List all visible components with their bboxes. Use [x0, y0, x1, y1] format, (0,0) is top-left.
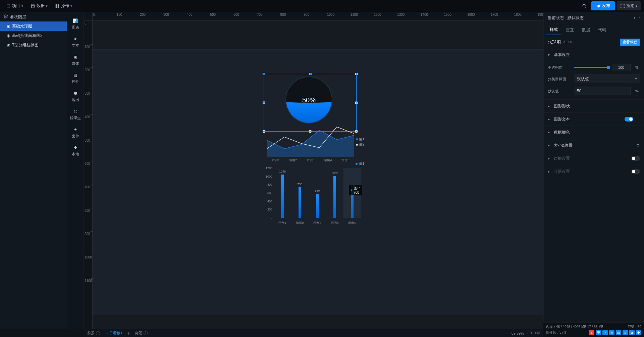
component-strip: 📊图表★文本▣媒体▤控件⬢地图⬡鲸孪生✦套件✚本地 [67, 12, 84, 329]
container-switch[interactable] [631, 169, 640, 174]
more-icon[interactable]: ⋮ [636, 117, 640, 122]
svg-point-0 [32, 4, 35, 5]
category-local[interactable]: ✚本地 [68, 142, 83, 160]
canvas-stage[interactable]: 50% 值1 值2 示例1示例2示例3示例4示例5 值1 02004006008… [93, 21, 543, 329]
artboard[interactable]: 50% 值1 值2 示例1示例2示例3示例4示例5 值1 02004006008… [93, 50, 543, 315]
category-media[interactable]: ▣媒体 [68, 51, 83, 69]
area-icon: ◉ [7, 33, 10, 38]
category-twin[interactable]: ⬡鲸孪生 [68, 105, 83, 124]
menu-project[interactable]: 项目 ▾ [3, 2, 26, 10]
resize-handle[interactable] [355, 130, 358, 133]
tab-code[interactable]: 代码 [595, 25, 609, 35]
chevron-right-icon: ▸ [548, 117, 551, 122]
layer-item[interactable]: ◉基础折线面积图2 [0, 31, 67, 40]
tray-icon[interactable]: ⌂ [623, 330, 628, 335]
more-icon[interactable]: ⋮ [636, 52, 640, 57]
tray-icon[interactable]: ▤ [616, 330, 621, 335]
tab-background[interactable]: 背景 + [135, 331, 148, 336]
section-border-label: 边框设置 [554, 156, 570, 161]
fit-icon[interactable] [527, 331, 532, 336]
state-value[interactable]: 默认状态 [568, 15, 584, 21]
tab-subboard[interactable]: ▭ 子看板1 [105, 331, 122, 336]
search-button[interactable] [579, 2, 589, 10]
svg-rect-4 [58, 6, 59, 7]
default-value-input[interactable]: 50 [574, 87, 631, 95]
zoom-value[interactable]: 69.79% [512, 331, 524, 335]
tab-data[interactable]: 数据 [579, 25, 593, 35]
category-label: 本地 [72, 152, 79, 157]
send-icon [596, 4, 601, 8]
area-xaxis: 示例1示例2示例3示例4示例5 [267, 158, 354, 162]
tab-add[interactable]: + [127, 330, 130, 336]
section-shape-head[interactable]: ▸ 图形形状 ⋮ [544, 100, 644, 112]
plus-icon[interactable]: + [96, 331, 100, 335]
chevron-right-icon[interactable]: › [639, 16, 640, 20]
section-text-label: 图形文本 [554, 116, 570, 122]
category-label: 文本 [72, 43, 79, 48]
target-select[interactable]: 默认值 ▾ [574, 75, 640, 83]
opacity-value[interactable]: 100 [612, 64, 631, 71]
preview-button[interactable]: 预览 ▾ [617, 1, 641, 10]
section-sizepos-head[interactable]: ▸ 大小&位置 [544, 139, 644, 152]
tray-icon[interactable]: S [589, 330, 594, 335]
border-switch[interactable] [631, 156, 640, 161]
category-kit[interactable]: ✦套件 [68, 124, 83, 142]
topbar: 项目 ▾ 数据 ▾ 操作 ▾ 发布 预览 ▾ [0, 0, 644, 12]
tutorial-button[interactable]: 查看教程 [620, 39, 640, 46]
area-chart-widget[interactable]: 值1 值2 示例1示例2示例3示例4示例5 [267, 117, 354, 157]
status-components: 组件数：3 / 3 [546, 330, 566, 335]
add-state-button[interactable]: + [633, 16, 636, 20]
text-switch[interactable] [625, 117, 633, 122]
menu-data[interactable]: 数据 ▾ [28, 2, 50, 10]
bar-chart-widget[interactable]: 值1 020040060080010001200 104873558010057… [274, 168, 361, 225]
tray-icon[interactable]: ✚ [636, 330, 641, 335]
status-bar: 内存：48 / 4046 / 4096 MB 17 / 65 MB FPS：60… [543, 322, 644, 337]
category-text[interactable]: ★文本 [68, 33, 83, 51]
category-control[interactable]: ▤控件 [68, 69, 83, 87]
section-basic-label: 基本设置 [554, 52, 570, 58]
tray-icon[interactable]: ▭ [609, 330, 614, 335]
property-tabs: 样式 交互 数据 代码 [544, 24, 644, 36]
category-chart[interactable]: 📊图表 [68, 15, 83, 33]
tray-icon[interactable]: • [602, 330, 608, 335]
section-basic: ▾ 基本设置 ⋮ 不透明度 100 % 分类目标值 默认值 ▾ 默认值 [544, 48, 644, 100]
plus-icon[interactable]: + [144, 331, 148, 335]
lock-icon[interactable] [636, 143, 640, 148]
tab-foreground[interactable]: 前景 + [87, 331, 100, 336]
menu-actions[interactable]: 操作 ▾ [52, 2, 75, 10]
section-text-head[interactable]: ▸ 图形文本 ⋮ [544, 113, 644, 126]
tab-style[interactable]: 样式 [546, 25, 561, 35]
resize-handle[interactable] [263, 73, 265, 75]
section-border-head[interactable]: ▸ 边框设置 [544, 152, 644, 165]
layer-item[interactable]: ◉基础水球图 [0, 21, 67, 31]
more-icon[interactable]: ⋮ [636, 130, 640, 135]
publish-button[interactable]: 发布 [591, 1, 615, 10]
search-icon [582, 4, 587, 8]
chevron-down-icon: ▾ [70, 4, 72, 8]
section-basic-head[interactable]: ▾ 基本设置 ⋮ [544, 48, 644, 61]
menu-actions-label: 操作 [61, 3, 69, 9]
resize-handle[interactable] [263, 130, 265, 133]
section-container-head[interactable]: ▸ 容器设置 [544, 165, 644, 178]
tray-icon[interactable]: 中 [596, 330, 601, 335]
layer-item[interactable]: ◉T型分组柱状图 [0, 40, 67, 50]
resize-handle[interactable] [263, 102, 265, 104]
chevron-down-icon: ▾ [46, 4, 48, 8]
chevron-right-icon: ▸ [548, 143, 551, 148]
liquidfill-widget[interactable]: 50% [285, 77, 332, 124]
section-color-head[interactable]: ▸ 数据颜色 ⋮ [544, 126, 644, 139]
resize-handle[interactable] [355, 102, 358, 104]
tray-icon[interactable]: ✿ [629, 330, 635, 335]
resize-handle[interactable] [355, 73, 358, 75]
resize-handle[interactable] [309, 73, 311, 75]
more-icon[interactable]: ⋮ [636, 104, 640, 108]
category-map[interactable]: ⬢地图 [68, 87, 83, 105]
zoom-controls: 69.79% [512, 331, 540, 336]
area-legend: 值1 值2 [356, 137, 364, 147]
state-bar: 当前状态: 默认状态 + › [544, 12, 644, 24]
tab-interaction[interactable]: 交互 [562, 25, 577, 35]
legend-item: 值2 [359, 142, 364, 147]
opacity-slider[interactable] [574, 67, 608, 68]
keyboard-icon[interactable] [535, 331, 540, 336]
database-icon [31, 4, 35, 8]
